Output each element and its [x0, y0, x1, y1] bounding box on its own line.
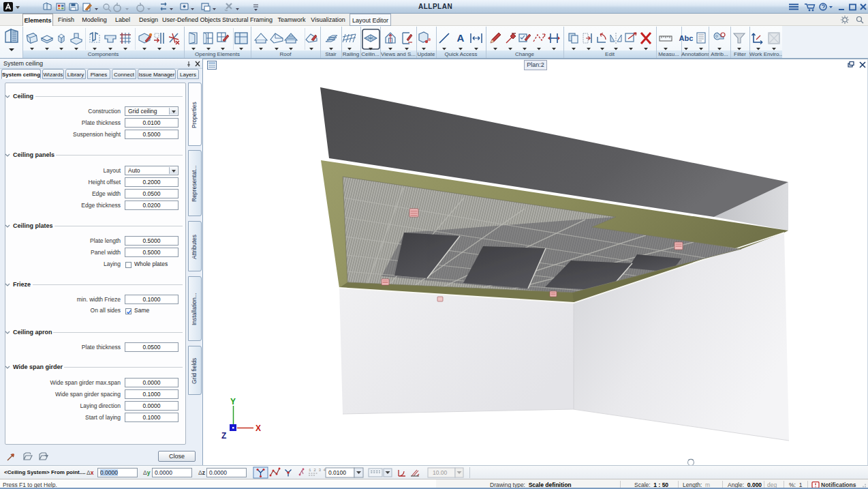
svg-text:Y: Y [230, 397, 236, 406]
svg-text:X: X [255, 424, 261, 433]
svg-text:10.00: 10.00 [433, 469, 448, 476]
svg-text:A: A [457, 32, 465, 44]
svg-text:1 2 3 4: 1 2 3 4 [309, 468, 326, 473]
svg-text:Z: Z [221, 431, 226, 441]
svg-text:Abc: Abc [679, 34, 694, 42]
svg-text:0.0100: 0.0100 [328, 469, 346, 476]
